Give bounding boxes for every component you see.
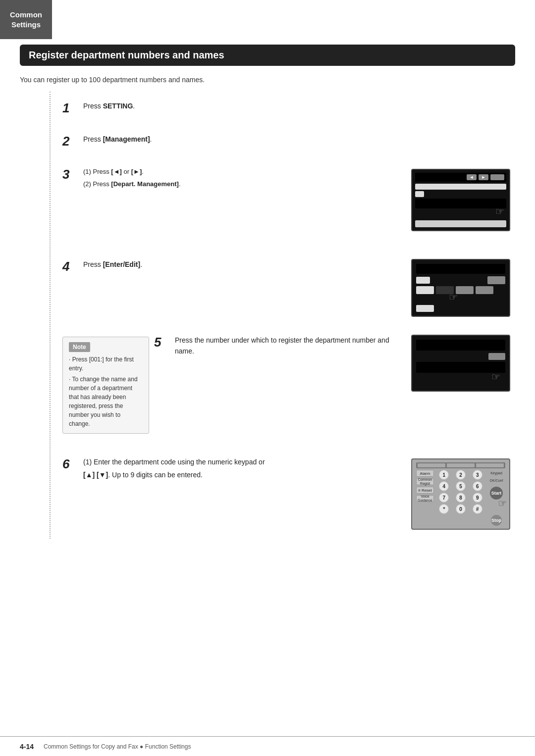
finger-cursor-6: ☞ — [498, 498, 507, 509]
keypad-top-right-btn: Keypad — [489, 470, 504, 476]
keypad-reset-btn: # Reset — [416, 487, 434, 494]
keypad-key-4[interactable]: 4 — [439, 481, 449, 491]
keypad-numeric-area: 1 2 3 4 5 6 7 — [436, 470, 485, 526]
keypad-key-0[interactable]: 0 — [456, 504, 466, 514]
keypad-main: Alarm CommonRegist # Reset VoiceGuidance… — [416, 470, 505, 526]
step-3-screen: ◄ ► ☞ — [411, 169, 510, 231]
keypad-key-7[interactable]: 7 — [439, 493, 449, 503]
footer: 4-14 Common Settings for Copy and Fax ● … — [0, 736, 535, 756]
section-title: Register department numbers and names — [20, 45, 515, 66]
screen-white-row-1 — [415, 184, 506, 190]
step-4-image: ☞ — [406, 259, 515, 317]
keypad-key-2[interactable]: 2 — [456, 470, 466, 480]
screen4-dark-btn: ☞ — [436, 286, 454, 294]
step-5-content: Press the number under which to register… — [170, 335, 406, 357]
step-2-number: 2 — [57, 134, 78, 149]
footer-text: Common Settings for Copy and Fax ● Funct… — [44, 743, 191, 750]
keypad-start-btn[interactable]: Start ☞ — [490, 487, 503, 500]
keypad-key-5[interactable]: 5 — [456, 481, 466, 491]
screen4-row3: ☞ — [416, 286, 505, 294]
keypad-ok-btn: OK/Conf — [489, 477, 504, 483]
keypad-status-btn3 — [476, 463, 504, 467]
step-6-up-arrow: [▲] — [83, 471, 95, 479]
screen-bottom-row — [415, 220, 506, 227]
keypad-left-col: Alarm CommonRegist # Reset VoiceGuidance — [416, 470, 434, 526]
step-4: 4 Press [Enter/Edit]. — [57, 250, 515, 326]
screen4-row4 — [416, 305, 505, 312]
keypad-right-col: Keypad OK/Conf Start ☞ Stop — [487, 470, 505, 526]
steps-container: 1 Press SETTING. 2 Press [Management]. 3… — [50, 92, 515, 539]
note-item-1: · Press [001:] for the first entry. — [69, 355, 143, 373]
screen5-top-black — [416, 340, 505, 351]
keypad-voice-btn: VoiceGuidance — [416, 495, 434, 502]
step-6-image: Alarm CommonRegist # Reset VoiceGuidance… — [406, 456, 515, 530]
step-1: 1 Press SETTING. — [57, 92, 515, 125]
screen5-black-bar: ☞ — [416, 362, 505, 373]
keypad-key-hash[interactable]: # — [473, 504, 482, 514]
step-4-content: Press [Enter/Edit]. — [78, 259, 406, 270]
step-1-content: Press SETTING. — [78, 101, 515, 111]
note-box: Note · Press [001:] for the first entry.… — [62, 337, 149, 434]
step-6-sub1-label: (1) — [83, 458, 92, 466]
screen4-grey-btn — [487, 276, 505, 284]
step-5-image: ☞ — [406, 335, 515, 392]
note-column: Note · Press [001:] for the first entry.… — [57, 335, 149, 434]
step-6: 6 (1) Enter the department code using th… — [57, 448, 515, 539]
keypad-status-btn1 — [418, 463, 445, 467]
step-2-content: Press [Management]. — [78, 134, 515, 145]
step-3-sub1-label: (1) — [83, 168, 91, 175]
keypad-key-9[interactable]: 9 — [473, 493, 482, 503]
screen5-btn1 — [488, 353, 505, 360]
step-3-left-arrow: [◄] — [111, 168, 122, 175]
dotted-border — [50, 92, 51, 539]
finger-cursor-4: ☞ — [449, 291, 458, 303]
step-3-number: 3 — [57, 167, 78, 182]
keypad-grid-top: 1 2 3 — [436, 470, 485, 480]
screen-top-right-btn — [490, 174, 504, 180]
step-4-number: 4 — [57, 259, 78, 274]
keypad-key-6[interactable]: 6 — [473, 481, 482, 491]
screen4-white-btn-1 — [416, 286, 434, 294]
keypad-key-1[interactable]: 1 — [439, 470, 449, 480]
keypad-grid-mid: 4 5 6 — [436, 481, 485, 491]
screen4-med-btn — [456, 286, 474, 294]
keypad-grid-last: * 0 # — [436, 504, 485, 514]
main-content: Register department numbers and names Yo… — [20, 45, 515, 568]
screen-left-arrow-btn: ◄ — [467, 174, 477, 180]
keypad-grid-bot: 7 8 9 — [436, 493, 485, 503]
screen-selected-row: ☞ — [415, 199, 506, 208]
step-6-down-arrow: [▼] — [97, 471, 108, 479]
screen5-row2 — [416, 353, 505, 360]
note-item-2: · To change the name and number of a dep… — [69, 375, 143, 428]
screen4-row2 — [416, 276, 505, 284]
screen-white-row-2 — [415, 191, 424, 197]
keypad-key-8[interactable]: 8 — [456, 493, 466, 503]
screen4-med-btn2 — [476, 286, 493, 294]
step-6-number: 6 — [57, 456, 78, 472]
step-6-content: (1) Enter the department code using the … — [78, 456, 406, 481]
header-tab-text: Common Settings — [10, 10, 42, 29]
intro-text: You can register up to 100 department nu… — [20, 76, 515, 84]
step-1-number: 1 — [57, 101, 78, 116]
screen4-bottom-btn1 — [416, 305, 434, 312]
screen4-top-bar — [416, 264, 505, 274]
footer-page: 4-14 — [20, 743, 34, 751]
step-3-sub2-label: (2) — [83, 180, 91, 188]
step-2-bold: [Management] — [103, 135, 150, 143]
keypad-alarm-btn: Alarm — [416, 470, 434, 477]
keypad-key-3[interactable]: 3 — [473, 470, 482, 480]
keypad-status-bar — [416, 462, 505, 468]
finger-cursor-3: ☞ — [495, 205, 504, 217]
keypad-stop-btn[interactable]: Stop — [491, 515, 502, 526]
steps-inner: 1 Press SETTING. 2 Press [Management]. 3… — [50, 92, 515, 539]
step-5-row: Note · Press [001:] for the first entry.… — [57, 326, 515, 443]
screen4-white-btn-small — [416, 277, 430, 284]
keypad-status-btn2 — [447, 463, 475, 467]
screen-right-arrow-btn: ► — [479, 174, 488, 180]
step-5-screen: ☞ — [411, 335, 510, 392]
step-3-right-arrow: [►] — [131, 168, 142, 175]
keypad-key-star[interactable]: * — [439, 504, 449, 514]
step-4-screen: ☞ — [411, 259, 510, 317]
header-tab: Common Settings — [0, 0, 52, 39]
step-3-image: ◄ ► ☞ — [406, 167, 515, 231]
